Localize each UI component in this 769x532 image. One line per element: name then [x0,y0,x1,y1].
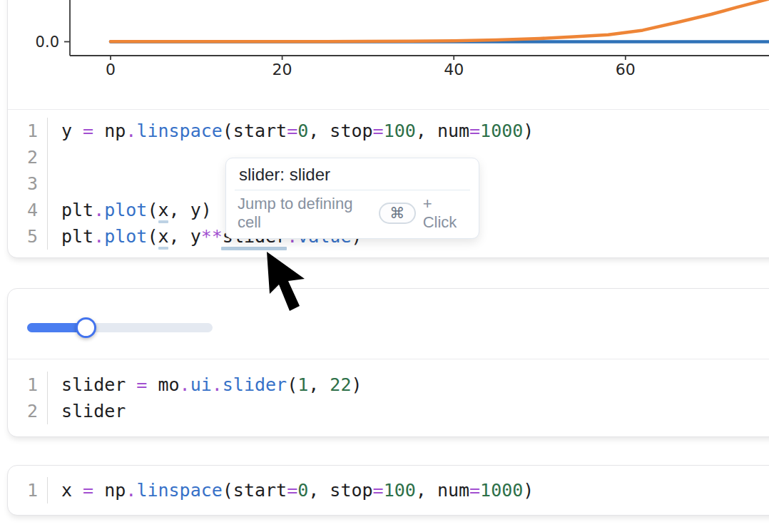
line-number: 1 [8,118,47,144]
code-token: np [93,121,126,141]
code-token: , num [416,480,469,501]
code-token: (start [223,121,287,141]
code-token: 1000 [480,121,523,141]
line-number: 5 [8,223,47,250]
code-token: (start [223,480,287,501]
code-token: , stop [308,121,372,141]
code-token: 1 [297,374,308,395]
slider-output [8,289,769,359]
code-token: linspace [136,480,222,501]
code-line-content[interactable]: slider = mo.ui.slider(1, 22) [47,372,769,398]
code-token: . [180,374,190,395]
slider-thumb[interactable] [76,317,96,338]
code-token: ) [523,480,534,501]
code-token: 0 [297,480,308,501]
tooltip-action-label: Jump to defining cell [238,195,372,232]
line-number: 1 [8,372,47,398]
line-number: 3 [8,170,47,197]
x-tick-label: 60 [616,61,636,78]
code-token: = [83,480,93,501]
code-token: mo [147,374,179,395]
series-line-orange [111,0,769,41]
code-token: = [469,480,480,501]
code-token: ( [147,200,158,220]
code-line-content[interactable]: slider [47,398,769,424]
code-token: , y) [169,200,212,220]
code-token: . [126,121,136,141]
code-token: = [287,480,297,501]
code-token: = [287,121,297,141]
code-token: 0 [297,121,308,141]
tooltip-action-row: Jump to defining cell ⌘ + Click [226,190,479,238]
cell-x: 1x = np.linspace(start=0, stop=100, num=… [7,465,769,516]
code-token: 22 [330,374,351,395]
code-editor[interactable]: 1x = np.linspace(start=0, stop=100, num=… [8,466,769,515]
line-number: 2 [8,398,47,424]
slider-widget[interactable] [27,323,213,332]
mouse-cursor [265,250,308,314]
code-token: slider [61,374,136,395]
code-token: 100 [384,121,416,141]
y-tick-label: 0.0 [36,34,59,51]
code-editor[interactable]: 1slider = mo.ui.slider(1, 22)2slider [8,359,769,436]
line-number: 4 [8,197,47,223]
code-token: . [126,480,136,501]
code-token: , y [169,226,201,247]
code-token: . [93,226,104,247]
x-tick-label: 40 [444,61,464,78]
code-token: = [83,121,93,141]
code-token: plot [104,200,147,220]
code-token: slider [223,374,287,395]
code-token: ui [190,374,212,395]
code-token: x [158,200,169,220]
code-token: ( [147,226,158,247]
code-token: 1000 [480,480,523,501]
tooltip-click-hint: + Click [423,195,467,232]
cell-slider: 1slider = mo.ui.slider(1, 22)2slider [7,288,769,437]
code-token: ( [287,374,297,395]
code-token: plot [104,226,147,247]
code-token: = [373,121,384,141]
slider-track[interactable] [27,323,213,332]
code-token: plt [61,200,93,220]
code-token: , [308,374,330,395]
line-number: 2 [8,144,47,170]
code-line-content[interactable]: y = np.linspace(start=0, stop=100, num=1… [47,118,769,144]
code-token: = [136,374,147,395]
tooltip-title: slider: slider [226,158,479,190]
code-token: slider [61,401,126,421]
code-token: . [212,374,223,395]
code-line[interactable]: 1x = np.linspace(start=0, stop=100, num=… [8,477,769,503]
variable-tooltip: slider: slider Jump to defining cell ⌘ +… [225,158,479,239]
x-tick-label: 20 [273,61,292,78]
code-token: y [61,121,83,141]
code-token: ) [351,374,362,395]
code-token: , num [416,121,469,141]
code-token: x [61,480,83,501]
code-token: 100 [384,480,416,501]
code-token: plt [61,226,93,247]
matplotlib-figure: 0.00204060 [8,0,769,109]
code-line[interactable]: 2slider [8,398,769,424]
code-token: np [93,480,126,501]
code-token: , stop [308,480,372,501]
code-token: x [158,226,169,247]
code-line[interactable]: 1slider = mo.ui.slider(1, 22) [8,372,769,398]
code-token: . [93,200,104,220]
code-token: = [373,480,384,501]
code-line[interactable]: 1y = np.linspace(start=0, stop=100, num=… [8,118,769,144]
code-token: ** [201,226,223,247]
code-line-content[interactable]: x = np.linspace(start=0, stop=100, num=1… [47,477,769,503]
line-number: 1 [8,477,47,503]
command-key-badge: ⌘ [379,203,416,224]
x-tick-label: 0 [106,61,116,78]
plot-output: 0.00204060 [8,0,769,109]
code-token: = [469,121,480,141]
code-token: ) [523,121,534,141]
code-token: linspace [136,121,222,141]
